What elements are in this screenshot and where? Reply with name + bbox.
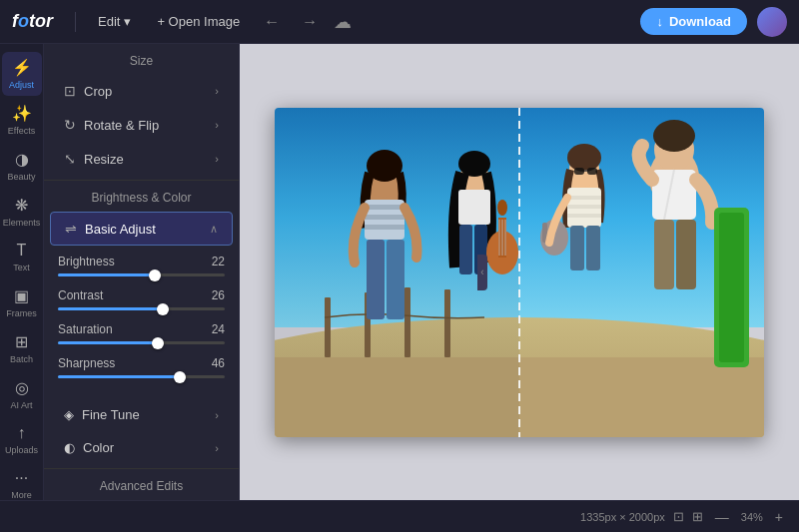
contrast-slider-row: Contrast 26 — [58, 288, 225, 310]
fine-tune-chevron: › — [215, 409, 219, 421]
sliders-section: Brightness 22 Contrast 26 — [44, 247, 239, 398]
brightness-track[interactable] — [58, 273, 225, 276]
open-image-button[interactable]: + Open Image — [149, 10, 248, 33]
canvas-area[interactable]: ‹ — [240, 44, 799, 500]
svg-point-44 — [653, 120, 695, 152]
zoom-level: 34% — [741, 511, 763, 523]
svg-rect-31 — [574, 168, 584, 175]
saturation-thumb[interactable] — [152, 337, 164, 349]
svg-point-30 — [567, 144, 601, 172]
download-button[interactable]: ↓ Download — [640, 8, 747, 35]
sidebar-item-frames[interactable]: ▣ Frames — [2, 280, 42, 324]
sharpness-thumb[interactable] — [174, 371, 186, 383]
collapse-icon: ‹ — [480, 266, 483, 277]
rotate-icon: ↻ — [64, 117, 76, 133]
resize-icon: ⤡ — [64, 151, 76, 167]
zoom-minus-button[interactable]: — — [711, 507, 733, 527]
sidebar-item-beauty[interactable]: ◑ Beauty — [2, 144, 42, 188]
edit-button[interactable]: Edit ▾ — [90, 10, 139, 33]
sidebar-item-effects[interactable]: ✨ Effects — [2, 98, 42, 142]
image-dimensions: 1335px × 2000px — [580, 511, 665, 523]
avatar[interactable] — [757, 7, 787, 37]
topbar: fotor Edit ▾ + Open Image ← → ☁ ↓ Downlo… — [0, 0, 799, 44]
sidebar-item-text[interactable]: T Text — [2, 236, 42, 278]
rotate-flip-panel-item[interactable]: ↻ Rotate & Flip › — [50, 109, 233, 141]
svg-rect-46 — [654, 220, 674, 289]
size-section-title: Size — [44, 44, 239, 74]
effects-icon: ✨ — [12, 104, 32, 123]
svg-rect-47 — [676, 220, 696, 289]
svg-rect-32 — [587, 168, 597, 175]
uploads-icon: ↑ — [18, 424, 26, 442]
adjust-icon: ⚡ — [12, 58, 32, 77]
forward-button[interactable]: → — [296, 9, 324, 35]
topbar-divider — [75, 12, 76, 32]
svg-rect-36 — [567, 205, 601, 209]
main-content: ⚡ Adjust ✨ Effects ◑ Beauty ❋ Elements T… — [0, 44, 799, 500]
svg-rect-35 — [567, 196, 601, 200]
basic-adjust-chevron: ∧ — [210, 223, 218, 236]
elements-icon: ❋ — [15, 196, 28, 215]
svg-rect-38 — [570, 226, 584, 270]
topbar-right: ↓ Download — [640, 7, 787, 37]
zoom-plus-button[interactable]: + — [771, 507, 787, 527]
sidebar-item-ai-art[interactable]: ◎ AI Art — [2, 372, 42, 416]
batch-icon: ⊞ — [15, 332, 28, 351]
image-container — [275, 108, 764, 437]
svg-rect-49 — [719, 213, 744, 362]
sharpness-slider-row: Sharpness 46 — [58, 356, 225, 378]
rotate-chevron: › — [215, 119, 219, 131]
app-logo: fotor — [12, 11, 53, 32]
sharpness-fill — [58, 375, 180, 378]
brightness-fill — [58, 273, 155, 276]
contrast-thumb[interactable] — [157, 303, 169, 315]
sidebar-item-uploads[interactable]: ↑ Uploads — [2, 418, 42, 461]
brightness-thumb[interactable] — [149, 269, 161, 281]
icon-sidebar: ⚡ Adjust ✨ Effects ◑ Beauty ❋ Elements T… — [0, 44, 44, 500]
contrast-track[interactable] — [58, 307, 225, 310]
basic-adjust-panel-item[interactable]: ⇌ Basic Adjust ∧ — [50, 212, 233, 246]
sidebar-item-more[interactable]: ··· More — [2, 463, 42, 500]
text-icon: T — [17, 242, 27, 260]
crop-panel-item[interactable]: ⊡ Crop › — [50, 75, 233, 107]
basic-adjust-icon: ⇌ — [65, 221, 77, 237]
status-bar: 1335px × 2000px ⊡ ⊞ — 34% + — [0, 500, 799, 532]
back-button[interactable]: ← — [258, 9, 286, 35]
color-chevron: › — [215, 442, 219, 454]
saturation-slider-row: Saturation 24 — [58, 322, 225, 344]
resize-panel-item[interactable]: ⤡ Resize › — [50, 143, 233, 175]
fine-tune-icon: ◈ — [64, 407, 74, 422]
color-icon: ◐ — [64, 440, 75, 455]
photo-svg — [275, 108, 764, 437]
panel-collapse-handle[interactable]: ‹ — [477, 255, 487, 290]
actual-size-icon[interactable]: ⊞ — [692, 509, 703, 524]
sidebar-item-adjust[interactable]: ⚡ Adjust — [2, 52, 42, 96]
crop-chevron: › — [215, 85, 219, 97]
frames-icon: ▣ — [14, 286, 29, 305]
svg-rect-37 — [567, 214, 601, 218]
beauty-icon: ◑ — [15, 150, 29, 169]
sidebar-item-batch[interactable]: ⊞ Batch — [2, 326, 42, 370]
saturation-track[interactable] — [58, 341, 225, 344]
ai-art-icon: ◎ — [15, 378, 29, 397]
left-panel: Size ⊡ Crop › ↻ Rotate & Flip › ⤡ Resize… — [44, 44, 240, 500]
resize-chevron: › — [215, 153, 219, 165]
saturation-fill — [58, 341, 158, 344]
svg-rect-45 — [652, 170, 696, 220]
fit-screen-icon[interactable]: ⊡ — [673, 509, 684, 524]
advanced-edits-title: Advanced Edits — [44, 468, 239, 499]
more-icon: ··· — [15, 469, 28, 487]
fine-tune-item[interactable]: ◈ Fine Tune › — [50, 399, 233, 430]
cloud-icon[interactable]: ☁ — [334, 11, 352, 33]
brightness-color-title: Brightness & Color — [44, 180, 239, 211]
brightness-slider-row: Brightness 22 — [58, 255, 225, 276]
sharpness-track[interactable] — [58, 375, 225, 378]
color-item[interactable]: ◐ Color › — [50, 432, 233, 463]
svg-rect-39 — [586, 226, 600, 270]
contrast-fill — [58, 307, 163, 310]
sidebar-item-elements[interactable]: ❋ Elements — [2, 190, 42, 234]
crop-icon: ⊡ — [64, 83, 76, 99]
